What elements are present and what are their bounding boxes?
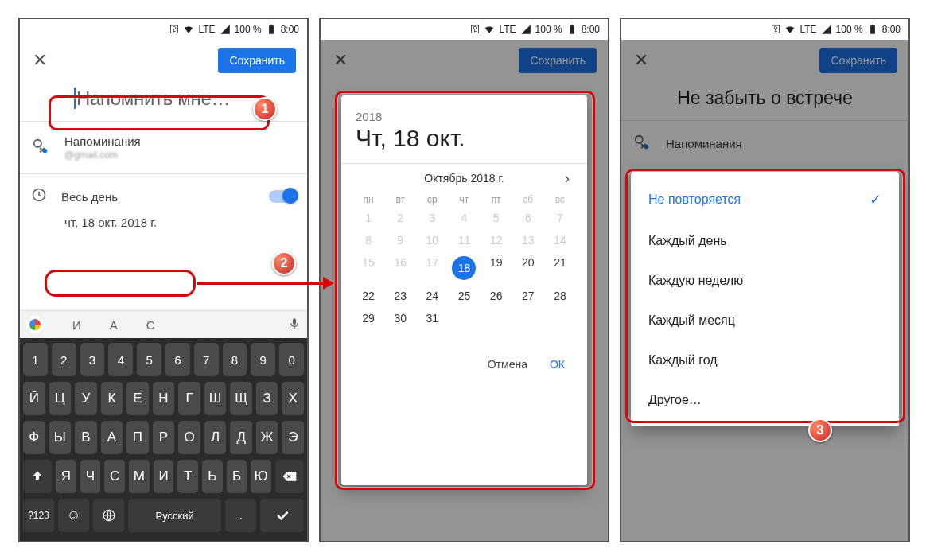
calendar-day[interactable]: 6: [512, 212, 544, 224]
key-В[interactable]: В: [75, 421, 97, 454]
repeat-option[interactable]: Каждую неделю: [631, 261, 899, 301]
key-Г[interactable]: Г: [178, 382, 200, 415]
calendar-day[interactable]: 17: [416, 256, 448, 280]
key-Н[interactable]: Н: [153, 382, 175, 415]
key-Ы[interactable]: Ы: [49, 421, 72, 454]
key-Я[interactable]: Я: [56, 460, 76, 493]
key-Ю[interactable]: Ю: [251, 460, 271, 493]
calendar-day[interactable]: 12: [481, 234, 512, 247]
suggestion-1[interactable]: И: [72, 318, 81, 332]
mic-icon[interactable]: [288, 317, 301, 332]
key-Ч[interactable]: Ч: [80, 460, 101, 493]
key-7[interactable]: 7: [194, 343, 219, 376]
suggestion-2[interactable]: А: [110, 318, 118, 332]
key-Л[interactable]: Л: [204, 421, 227, 454]
key-2[interactable]: 2: [52, 343, 76, 376]
calendar-day[interactable]: 11: [448, 234, 480, 247]
repeat-option[interactable]: Другое…: [631, 380, 899, 420]
calendar-day[interactable]: 26: [481, 290, 512, 302]
key-Й[interactable]: Й: [23, 382, 45, 415]
key-Б[interactable]: Б: [227, 460, 247, 493]
suggestion-3[interactable]: С: [146, 318, 155, 332]
key-3[interactable]: 3: [80, 343, 105, 376]
calendar-day[interactable]: 30: [384, 312, 416, 325]
key-backspace[interactable]: [275, 460, 304, 493]
key-З[interactable]: З: [256, 382, 278, 415]
key-Ж[interactable]: Ж: [256, 421, 278, 454]
key-У[interactable]: У: [75, 382, 97, 415]
calendar-day[interactable]: 5: [481, 212, 512, 224]
key-И[interactable]: И: [154, 460, 174, 493]
key-Р[interactable]: Р: [153, 421, 175, 454]
key-1[interactable]: 1: [23, 343, 48, 376]
key-enter[interactable]: [260, 499, 304, 532]
key-А[interactable]: А: [101, 421, 123, 454]
calendar-day[interactable]: 31: [416, 312, 448, 325]
calendar-day[interactable]: 1: [352, 212, 384, 224]
cancel-button[interactable]: Отмена: [488, 358, 527, 371]
calendar-day[interactable]: 18: [448, 256, 480, 280]
key-Щ[interactable]: Щ: [230, 382, 252, 415]
key-0[interactable]: 0: [279, 343, 304, 376]
calendar-day[interactable]: 16: [384, 256, 416, 280]
calendar-day[interactable]: 7: [544, 212, 576, 224]
key-Ш[interactable]: Ш: [204, 382, 227, 415]
repeat-option[interactable]: Каждый год: [631, 340, 899, 380]
key-9[interactable]: 9: [251, 343, 275, 376]
key-Х[interactable]: Х: [282, 382, 304, 415]
reminders-account-row[interactable]: Напоминания @gmail.com: [20, 126, 307, 169]
google-icon[interactable]: [26, 316, 44, 333]
key-М[interactable]: М: [129, 460, 150, 493]
key-Ь[interactable]: Ь: [202, 460, 223, 493]
calendar-day[interactable]: 24: [416, 290, 448, 302]
key-К[interactable]: К: [101, 382, 123, 415]
key-globe[interactable]: [93, 499, 124, 532]
calendar-day[interactable]: 2: [384, 212, 416, 224]
key-5[interactable]: 5: [137, 343, 161, 376]
key-Ц[interactable]: Ц: [49, 382, 72, 415]
calendar-day[interactable]: 25: [448, 290, 480, 302]
calendar-year[interactable]: 2018: [352, 110, 576, 123]
key-6[interactable]: 6: [165, 343, 190, 376]
all-day-toggle[interactable]: [269, 190, 296, 203]
date-field[interactable]: чт, 18 окт. 2018 г.: [20, 214, 307, 231]
key-Э[interactable]: Э: [282, 421, 304, 454]
key-О[interactable]: О: [178, 421, 200, 454]
key-period[interactable]: .: [225, 499, 256, 532]
calendar-day[interactable]: 13: [512, 234, 544, 247]
calendar-day[interactable]: 8: [352, 234, 384, 247]
calendar-day[interactable]: 22: [352, 290, 384, 302]
calendar-day[interactable]: 23: [384, 290, 416, 302]
key-emoji[interactable]: ☺: [58, 499, 89, 532]
chevron-right-icon[interactable]: ›: [565, 170, 570, 187]
key-П[interactable]: П: [126, 421, 149, 454]
key-Д[interactable]: Д: [230, 421, 252, 454]
calendar-day[interactable]: 28: [544, 290, 576, 302]
key-Т[interactable]: Т: [177, 460, 198, 493]
calendar-day[interactable]: 27: [512, 290, 544, 302]
repeat-option[interactable]: Не повторяется✓: [631, 178, 899, 221]
key-4[interactable]: 4: [108, 343, 133, 376]
calendar-day[interactable]: 21: [544, 256, 576, 280]
key-symbols[interactable]: ?123: [23, 499, 54, 532]
calendar-day[interactable]: 29: [352, 312, 384, 325]
key-8[interactable]: 8: [223, 343, 247, 376]
save-button[interactable]: Сохранить: [218, 48, 296, 73]
calendar-day[interactable]: 10: [416, 234, 448, 247]
calendar-day[interactable]: 19: [481, 256, 512, 280]
key-Е[interactable]: Е: [126, 382, 149, 415]
calendar-day[interactable]: 14: [544, 234, 576, 247]
key-С[interactable]: С: [104, 460, 125, 493]
key-shift[interactable]: [23, 460, 52, 493]
repeat-option[interactable]: Каждый день: [631, 221, 899, 261]
repeat-option[interactable]: Каждый месяц: [631, 301, 899, 340]
calendar-day[interactable]: 20: [512, 256, 544, 280]
key-space[interactable]: Русский: [128, 499, 221, 532]
calendar-day[interactable]: 15: [352, 256, 384, 280]
calendar-day[interactable]: 3: [416, 212, 448, 224]
calendar-day[interactable]: 4: [448, 212, 480, 224]
close-icon[interactable]: ✕: [31, 50, 49, 71]
ok-button[interactable]: ОК: [550, 358, 565, 371]
key-Ф[interactable]: Ф: [23, 421, 45, 454]
calendar-day[interactable]: 9: [384, 234, 416, 247]
